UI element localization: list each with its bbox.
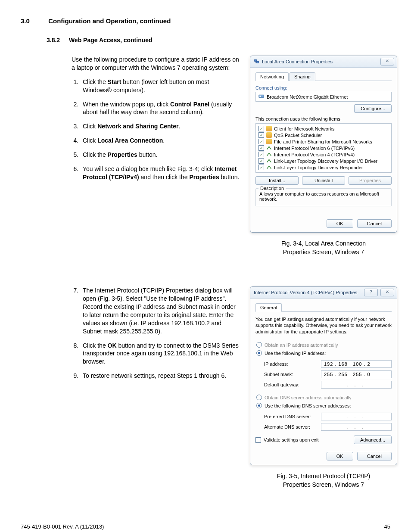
step-5: Click the Properties button. xyxy=(80,151,240,159)
ok-button[interactable]: OK xyxy=(327,452,353,460)
close-button[interactable]: ✕ xyxy=(380,58,394,65)
lac-properties-dialog: Local Area Connection Properties ✕ Netwo… xyxy=(250,56,397,233)
checkbox-icon[interactable]: ✓ xyxy=(258,126,264,131)
ok-button[interactable]: OK xyxy=(327,219,353,228)
steps-list-1: Click the Start button (lower left butto… xyxy=(72,78,240,181)
footer-page-number: 45 xyxy=(384,523,390,530)
items-listbox[interactable]: ✓Client for Microsoft Networks ✓QoS Pack… xyxy=(255,123,392,173)
list-item[interactable]: ✓Internet Protocol Version 4 (TCP/IPv4) xyxy=(258,151,389,158)
checkbox-icon[interactable]: ✓ xyxy=(258,165,264,170)
tab-general[interactable]: General xyxy=(255,303,282,312)
dialog-title: Local Area Connection Properties xyxy=(262,59,333,64)
radio-use-ip[interactable]: Use the following IP address: xyxy=(256,349,392,357)
connect-using-label: Connect using: xyxy=(255,85,392,90)
radio-auto-dns: Obtain DNS server address automatically xyxy=(256,393,392,401)
section-heading: 3.0 Configuration and Operation, continu… xyxy=(21,17,390,25)
cancel-button[interactable]: Cancel xyxy=(357,452,392,460)
section-title: Configuration and Operation, continued xyxy=(48,17,171,25)
protocol-icon xyxy=(266,165,272,170)
adapter-name: Broadcom NetXtreme Gigabit Ethernet xyxy=(267,94,348,100)
pref-dns-label: Preferred DNS server: xyxy=(264,414,320,419)
dialog-titlebar: Internet Protocol Version 4 (TCP/IPv4) P… xyxy=(250,287,397,299)
alt-dns-label: Alternate DNS server: xyxy=(264,424,320,429)
network-icon xyxy=(254,59,259,65)
step-1: Click the Start button (lower left butto… xyxy=(80,78,240,94)
step-7: The Internet Protocol (TCP/IP) Propertie… xyxy=(80,286,240,335)
step-4: Click Local Area Connection. xyxy=(80,137,240,145)
page-footer: 745-419-B0-001 Rev. A (11/2013) 45 xyxy=(21,523,390,530)
close-button[interactable]: ✕ xyxy=(380,289,394,296)
checkbox-icon[interactable]: ✓ xyxy=(258,145,264,151)
checkbox-icon[interactable]: ✓ xyxy=(258,132,264,138)
subsection-number: 3.8.2 xyxy=(47,37,67,44)
tab-networking[interactable]: Networking xyxy=(255,72,289,81)
description-legend: Description xyxy=(258,186,286,191)
protocol-icon xyxy=(266,145,272,151)
dialog-tabs: General xyxy=(255,303,392,312)
help-button[interactable]: ? xyxy=(364,289,378,296)
checkbox-icon[interactable]: ✓ xyxy=(255,437,261,443)
svg-rect-0 xyxy=(255,59,257,61)
figure-1-column: Local Area Connection Properties ✕ Netwo… xyxy=(250,56,397,256)
radio-auto-ip[interactable]: Obtain an IP address automatically xyxy=(256,341,392,349)
list-item[interactable]: ✓File and Printer Sharing for Microsoft … xyxy=(258,138,389,145)
dialog-blurb: You can get IP settings assigned automat… xyxy=(255,316,392,335)
protocol-icon xyxy=(266,152,272,157)
instruction-column: Use the following procedure to configure… xyxy=(72,56,240,187)
step-8: Click the OK button and try to connect t… xyxy=(80,342,240,366)
list-item[interactable]: ✓Link-Layer Topology Discovery Mapper I/… xyxy=(258,158,389,164)
alt-dns-input[interactable]: . . . xyxy=(321,423,392,431)
list-item[interactable]: ✓Link-Layer Topology Discovery Responder xyxy=(258,164,389,171)
adapter-field: Broadcom NetXtreme Gigabit Ethernet xyxy=(255,92,392,102)
protocol-icon xyxy=(266,158,272,164)
intro-paragraph: Use the following procedure to configure… xyxy=(72,56,240,72)
figure-1-caption: Fig. 3-4, Local Area Connection Properti… xyxy=(250,240,397,256)
figure-2-column: Internet Protocol Version 4 (TCP/IPv4) P… xyxy=(250,286,397,489)
subnet-label: Subnet mask: xyxy=(264,372,320,377)
list-item[interactable]: ✓Client for Microsoft Networks xyxy=(258,125,389,132)
subsection-title: Web Page Access, continued xyxy=(69,37,153,44)
radio-icon xyxy=(256,395,262,400)
checkbox-icon[interactable]: ✓ xyxy=(258,139,264,144)
instruction-column-2: The Internet Protocol (TCP/IP) Propertie… xyxy=(72,286,240,386)
gateway-label: Default gateway: xyxy=(264,382,320,387)
ip-address-label: IP address: xyxy=(264,361,320,367)
properties-button[interactable]: Properties xyxy=(349,176,392,185)
qos-icon xyxy=(266,132,272,138)
radio-icon[interactable] xyxy=(256,350,262,356)
list-item[interactable]: ✓QoS Packet Scheduler xyxy=(258,132,389,138)
advanced-button[interactable]: Advanced... xyxy=(354,436,392,444)
checkbox-icon[interactable]: ✓ xyxy=(258,158,264,164)
uninstall-button[interactable]: Uninstall xyxy=(302,176,345,185)
configure-button[interactable]: Configure... xyxy=(354,104,392,113)
list-item[interactable]: ✓Internet Protocol Version 6 (TCP/IPv6) xyxy=(258,145,389,151)
fileprint-icon xyxy=(266,139,272,144)
install-button[interactable]: Install... xyxy=(255,176,299,185)
dialog-titlebar: Local Area Connection Properties ✕ xyxy=(250,56,397,68)
ip-address-input[interactable]: 192 . 168 . 100 . 2 xyxy=(321,360,392,368)
dialog-title: Internet Protocol Version 4 (TCP/IPv4) P… xyxy=(254,290,357,295)
radio-icon[interactable] xyxy=(256,342,262,348)
subnet-input[interactable]: 255 . 255 . 255 . 0 xyxy=(321,370,392,378)
subsection-heading: 3.8.2 Web Page Access, continued xyxy=(47,37,390,44)
pref-dns-input[interactable]: . . . xyxy=(321,413,392,420)
adapter-icon xyxy=(258,93,264,100)
step-3: Click Network and Sharing Center. xyxy=(80,122,240,131)
section-number: 3.0 xyxy=(21,17,47,25)
figure-2-caption: Fig. 3-5, Internet Protocol (TCP/IP) Pro… xyxy=(250,472,397,489)
description-text: Allows your computer to access resources… xyxy=(259,191,379,202)
validate-checkbox-row[interactable]: ✓ Validate settings upon exit xyxy=(255,436,319,444)
dialog-tabs: Networking Sharing xyxy=(255,72,392,81)
radio-use-dns[interactable]: Use the following DNS server addresses: xyxy=(256,401,392,410)
radio-icon[interactable] xyxy=(256,403,262,408)
cancel-button[interactable]: Cancel xyxy=(357,219,392,228)
description-group: Description Allows your computer to acce… xyxy=(255,188,392,206)
step-6: You will see a dialog box much like Fig.… xyxy=(80,165,240,181)
gateway-input[interactable]: . . . xyxy=(321,381,392,389)
tab-sharing[interactable]: Sharing xyxy=(290,72,315,81)
step-9: To restore network settings, repeat Step… xyxy=(80,372,240,380)
svg-rect-3 xyxy=(259,96,261,97)
client-icon xyxy=(266,126,272,131)
tcpip-properties-dialog: Internet Protocol Version 4 (TCP/IPv4) P… xyxy=(250,286,397,465)
checkbox-icon[interactable]: ✓ xyxy=(258,152,264,157)
